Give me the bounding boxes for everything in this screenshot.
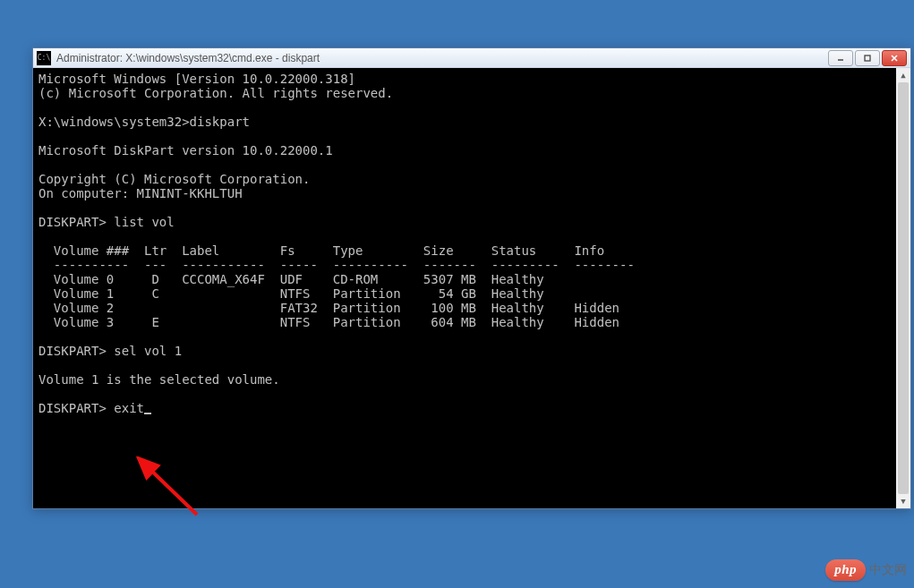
copyright-line: (c) Microsoft Corporation. All rights re… — [38, 86, 393, 100]
volume-row: Volume 0 D CCCOMA_X64F UDF CD-ROM 5307 M… — [38, 272, 544, 286]
volume-row: Volume 1 C NTFS Partition 54 GB Healthy — [38, 286, 544, 301]
scroll-down-icon[interactable]: ▼ — [896, 494, 910, 508]
cmd-sel-vol: DISKPART> sel vol 1 — [38, 344, 182, 358]
maximize-button[interactable] — [855, 50, 880, 66]
text-cursor — [144, 413, 151, 414]
close-button[interactable] — [882, 50, 907, 66]
titlebar[interactable]: C:\ Administrator: X:\windows\system32\c… — [33, 48, 910, 68]
cmd-exit: DISKPART> exit — [38, 401, 144, 415]
watermark: php 中文网 — [825, 559, 907, 581]
diskpart-version: Microsoft DiskPart version 10.0.22000.1 — [38, 143, 333, 158]
watermark-text: 中文网 — [869, 562, 907, 578]
volume-table-divider: ---------- --- ----------- ----- -------… — [38, 258, 635, 272]
cmd-icon: C:\ — [37, 51, 51, 65]
prompt-diskpart: X:\windows\system32>diskpart — [38, 115, 250, 129]
volume-table-header: Volume ### Ltr Label Fs Type Size Status… — [38, 243, 604, 258]
cmd-list-vol: DISKPART> list vol — [38, 215, 175, 229]
scroll-thumb[interactable] — [898, 82, 909, 494]
scrollbar[interactable]: ▲ ▼ — [896, 68, 910, 508]
computer-name: On computer: MININT-KKHLTUH — [38, 186, 243, 200]
svg-rect-1 — [865, 55, 870, 61]
volume-row: Volume 2 FAT32 Partition 100 MB Healthy … — [38, 301, 619, 315]
minimize-button[interactable] — [828, 50, 853, 66]
sel-vol-result: Volume 1 is the selected volume. — [38, 372, 280, 387]
window-title: Administrator: X:\windows\system32\cmd.e… — [56, 52, 828, 64]
version-line: Microsoft Windows [Version 10.0.22000.31… — [38, 72, 355, 86]
window-controls — [828, 50, 907, 66]
scroll-up-icon[interactable]: ▲ — [896, 68, 910, 82]
diskpart-copyright: Copyright (C) Microsoft Corporation. — [38, 172, 310, 186]
console-output[interactable]: Microsoft Windows [Version 10.0.22000.31… — [33, 68, 910, 508]
cmd-window: C:\ Administrator: X:\windows\system32\c… — [32, 47, 911, 509]
volume-row: Volume 3 E NTFS Partition 604 MB Healthy… — [38, 315, 619, 329]
php-badge: php — [825, 559, 866, 581]
